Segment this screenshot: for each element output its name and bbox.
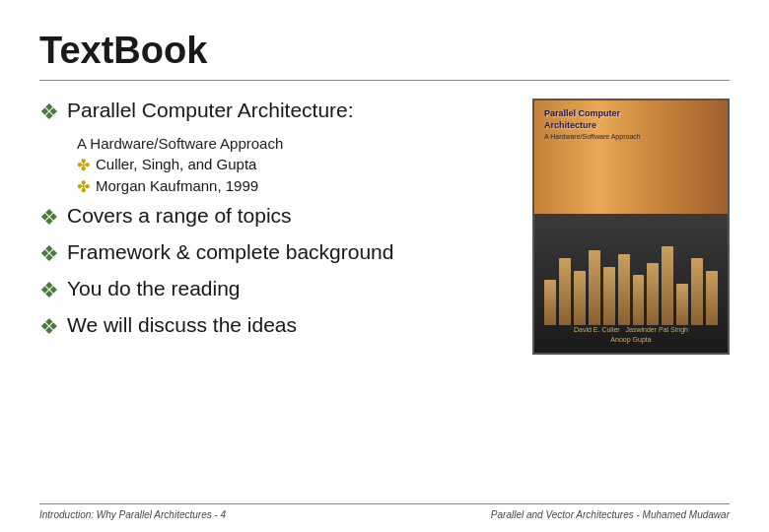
bullet-1: ❖ Parallel Computer Architecture: (39, 99, 513, 125)
bullet-4-text: You do the reading (67, 277, 241, 300)
book-title-text: Parallel ComputerArchitecture (544, 108, 718, 131)
bullet-2-icon: ❖ (39, 205, 59, 231)
footer-right: Parallel and Vector Architectures - Muha… (491, 509, 730, 520)
bullet-5-icon: ❖ (39, 314, 59, 340)
sub-bullet-1-1: ✤ Culler, Singh, and Gupta (77, 156, 513, 174)
bullet-1-sub-section: A Hardware/Software Approach ✤ Culler, S… (77, 135, 513, 196)
bullet-1-text: Parallel Computer Architecture: (67, 99, 354, 122)
sub-bullet-1-2-text: Morgan Kaufmann, 1999 (96, 177, 258, 194)
book-cover-image: Parallel ComputerArchitecture A Hardware… (532, 99, 730, 355)
bullet-1-icon: ❖ (39, 100, 59, 125)
book-authors-text: David E. Culler Jaswinder Pal SinghAnoop… (574, 325, 688, 345)
bullet-4-icon: ❖ (39, 278, 59, 303)
bullet-5: ❖ We will discuss the ideas (39, 313, 513, 340)
bullet-2-text: Covers a range of topics (67, 204, 292, 228)
slide-title: TextBook (39, 30, 730, 72)
bullet-4: ❖ You do the reading (39, 277, 513, 303)
book-decoration-bars (544, 233, 718, 325)
left-content: ❖ Parallel Computer Architecture: A Hard… (39, 99, 532, 350)
sub-bullet-1-2-icon: ✤ (77, 177, 90, 196)
slide: TextBook ❖ Parallel Computer Architectur… (0, 0, 769, 532)
sub-label-1: A Hardware/Software Approach (77, 135, 513, 152)
footer-left: Introduction: Why Parallel Architectures… (39, 509, 226, 520)
bullet-3-text: Framework & complete background (67, 240, 393, 264)
bullet-3: ❖ Framework & complete background (39, 240, 513, 267)
title-divider (39, 80, 730, 81)
sub-bullet-1-2: ✤ Morgan Kaufmann, 1999 (77, 177, 513, 196)
bullet-5-text: We will discuss the ideas (67, 313, 297, 337)
slide-footer: Introduction: Why Parallel Architectures… (39, 503, 730, 520)
book-subtitle-text: A Hardware/Software Approach (544, 133, 718, 141)
sub-bullet-1-1-text: Culler, Singh, and Gupta (96, 156, 256, 172)
sub-bullet-1-1-icon: ✤ (77, 156, 90, 174)
bullet-2: ❖ Covers a range of topics (39, 204, 513, 231)
bullet-3-icon: ❖ (39, 241, 59, 267)
content-area: ❖ Parallel Computer Architecture: A Hard… (39, 99, 730, 355)
